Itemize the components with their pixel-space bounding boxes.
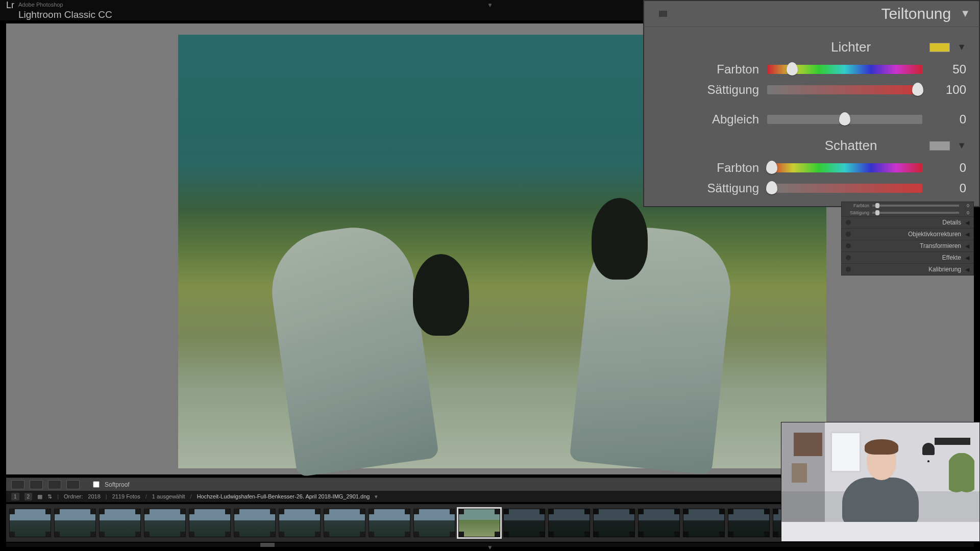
- highlights-label: Lichter: [779, 39, 922, 55]
- highlights-color-swatch[interactable]: [929, 43, 950, 52]
- filmstrip-thumb[interactable]: [54, 509, 96, 537]
- slider-knob[interactable]: [912, 83, 923, 96]
- panel-title: Teiltonung: [881, 5, 951, 22]
- highlights-hue-label: Farbton: [657, 62, 759, 77]
- balance-label: Abgleich: [657, 112, 759, 127]
- monitor-1-button[interactable]: 1: [11, 493, 19, 500]
- shadows-label: Schatten: [779, 138, 922, 154]
- highlights-hue-slider[interactable]: [767, 65, 922, 74]
- softproof-label: Softproof: [105, 481, 130, 488]
- shadows-color-swatch[interactable]: [929, 141, 950, 151]
- app-name: Lightroom Classic CC: [18, 9, 112, 20]
- slider-knob[interactable]: [766, 181, 777, 194]
- panel-toggle-bottom-icon[interactable]: ▼: [487, 544, 493, 551]
- balance-slider[interactable]: [767, 115, 922, 124]
- slider-knob[interactable]: [839, 112, 850, 126]
- mini-hue-slider[interactable]: [872, 205, 959, 207]
- softproof-checkbox[interactable]: [93, 481, 100, 488]
- panel-calibration[interactable]: Kalibrierung◀: [842, 263, 973, 275]
- panel-label: Kalibrierung: [928, 266, 961, 273]
- grid-icon[interactable]: ▦: [37, 493, 42, 500]
- highlights-sat-slider[interactable]: [767, 85, 922, 94]
- panel-label: Objektivkorrekturen: [908, 231, 961, 238]
- vendor-label: Adobe Photoshop: [18, 2, 112, 8]
- shadows-hue-label: Farbton: [657, 161, 759, 175]
- balance-value[interactable]: 0: [930, 112, 966, 127]
- view-loupe-button[interactable]: [11, 480, 24, 489]
- panel-details[interactable]: Details◀: [842, 216, 973, 228]
- filmstrip-thumb[interactable]: [9, 509, 51, 537]
- filmstrip-thumb[interactable]: [638, 509, 680, 537]
- slider-knob[interactable]: [766, 161, 777, 174]
- develop-panels: Farbton 0 Sättigung 0 Details◀ Objektivk…: [841, 202, 974, 276]
- filmstrip-thumb[interactable]: [324, 509, 365, 537]
- logo-mark: Lr: [6, 0, 14, 11]
- filmstrip-thumb[interactable]: [458, 509, 500, 537]
- view-before-after-lr-button[interactable]: [30, 480, 43, 489]
- presenter-webcam: [781, 422, 980, 542]
- panel-collapse-icon[interactable]: ▼: [960, 8, 970, 19]
- mini-hue-label: Farbton: [846, 203, 869, 208]
- filmstrip-scrollbar-thumb[interactable]: [260, 543, 275, 547]
- panel-effects[interactable]: Effekte◀: [842, 252, 973, 263]
- selected-count: 1 ausgewählt: [152, 493, 185, 499]
- filmstrip-thumb[interactable]: [144, 509, 186, 537]
- shadows-sat-slider[interactable]: [767, 184, 922, 193]
- filmstrip-thumb[interactable]: [99, 509, 141, 537]
- highlights-hue-value[interactable]: 50: [930, 62, 966, 77]
- folder-label: Ordner:: [64, 493, 83, 499]
- panel-toggle-top-icon[interactable]: ▼: [487, 2, 493, 9]
- current-filename: Hochzeit-Ludwigshafen-Full-Benkesser-26.…: [197, 493, 370, 499]
- filmstrip-thumb[interactable]: [548, 509, 590, 537]
- mini-sat-value[interactable]: 0: [962, 210, 969, 215]
- panel-switch-icon[interactable]: [659, 11, 667, 17]
- mini-sat-slider[interactable]: [872, 212, 959, 214]
- view-before-after-split-button[interactable]: [66, 480, 80, 489]
- filmstrip-thumb[interactable]: [413, 509, 455, 537]
- panel-lens[interactable]: Objektivkorrekturen◀: [842, 228, 973, 240]
- sort-icon[interactable]: ⇅: [47, 493, 52, 500]
- filmstrip-thumb[interactable]: [503, 509, 545, 537]
- chevron-left-icon: ◀: [965, 255, 969, 261]
- chevron-left-icon: ◀: [965, 266, 969, 273]
- slider-knob[interactable]: [787, 62, 798, 76]
- highlights-picker-icon[interactable]: ▼: [957, 42, 966, 53]
- folder-value[interactable]: 2018: [88, 493, 100, 499]
- view-before-after-tb-button[interactable]: [48, 480, 61, 489]
- panel-label: Transformieren: [920, 242, 961, 249]
- chevron-left-icon: ◀: [965, 243, 969, 249]
- highlights-sat-value[interactable]: 100: [930, 83, 966, 97]
- mini-sat-label: Sättigung: [846, 210, 869, 215]
- shadows-hue-value[interactable]: 0: [930, 161, 966, 175]
- split-toning-panel: Teiltonung ▼ Lichter ▼ Farbton 50 Sättig…: [643, 0, 980, 207]
- filmstrip-thumb[interactable]: [683, 509, 725, 537]
- mini-hue-value[interactable]: 0: [962, 203, 969, 208]
- shadows-sat-value[interactable]: 0: [930, 181, 966, 195]
- filmstrip-thumb[interactable]: [593, 509, 635, 537]
- filmstrip-thumb[interactable]: [728, 509, 770, 537]
- app-logo: Lr Adobe Photoshop Lightroom Classic CC: [6, 0, 112, 20]
- panel-label: Details: [942, 219, 961, 226]
- chevron-left-icon: ◀: [965, 231, 969, 238]
- photo-count: 2119 Fotos: [112, 493, 140, 499]
- panel-transform[interactable]: Transformieren◀: [842, 240, 973, 252]
- chevron-left-icon: ◀: [965, 219, 969, 226]
- highlights-sat-label: Sättigung: [657, 83, 759, 97]
- filmstrip-thumb[interactable]: [234, 509, 276, 537]
- filename-dropdown-icon[interactable]: ▾: [375, 493, 378, 500]
- filmstrip-thumb[interactable]: [369, 509, 410, 537]
- filmstrip-thumb[interactable]: [279, 509, 321, 537]
- shadows-hue-slider[interactable]: [767, 163, 922, 172]
- monitor-2-button[interactable]: 2: [24, 493, 33, 500]
- filmstrip-thumb[interactable]: [189, 509, 231, 537]
- panel-label: Effekte: [942, 254, 961, 261]
- shadows-picker-icon[interactable]: ▼: [957, 140, 966, 151]
- shadows-sat-label: Sättigung: [657, 181, 759, 195]
